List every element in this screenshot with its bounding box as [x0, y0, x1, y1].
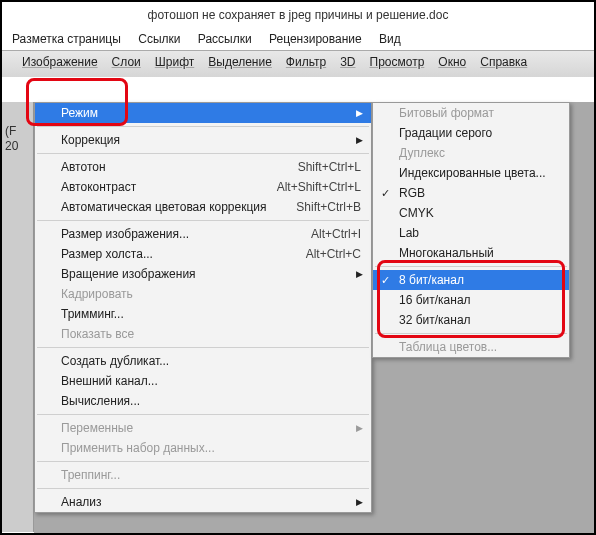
menu-separator: [37, 153, 369, 154]
image-menu-dropdown: Режим▶ Коррекция▶ АвтотонShift+Ctrl+L Ав…: [34, 102, 372, 513]
menu-separator: [375, 333, 567, 334]
menu-separator: [375, 266, 567, 267]
menu-item-crop: Кадрировать: [35, 284, 371, 304]
menu-view[interactable]: Просмотр: [370, 55, 425, 69]
menu-item-calculations[interactable]: Вычисления...: [35, 391, 371, 411]
submenu-arrow-icon: ▶: [356, 269, 363, 279]
mode-grayscale[interactable]: Градации серого: [373, 123, 569, 143]
mode-color-table: Таблица цветов...: [373, 337, 569, 357]
mode-indexed[interactable]: Индексированные цвета...: [373, 163, 569, 183]
menu-separator: [37, 220, 369, 221]
app-menubar: Изображение Слои Шрифт Выделение Фильтр …: [22, 55, 527, 69]
word-menu-item[interactable]: Ссылки: [138, 32, 180, 46]
word-menu-item[interactable]: Рассылки: [198, 32, 252, 46]
menu-type[interactable]: Шрифт: [155, 55, 194, 69]
menu-item-autotone[interactable]: АвтотонShift+Ctrl+L: [35, 157, 371, 177]
menu-item-canvas-size[interactable]: Размер холста...Alt+Ctrl+C: [35, 244, 371, 264]
menu-item-apply-image[interactable]: Внешний канал...: [35, 371, 371, 391]
menu-item-mode[interactable]: Режим▶: [35, 103, 371, 123]
menu-layers[interactable]: Слои: [112, 55, 141, 69]
mode-8bit[interactable]: ✓8 бит/канал: [373, 270, 569, 290]
mode-submenu: Битовый формат Градации серого Дуплекс И…: [372, 102, 570, 358]
word-menubar: Разметка страницы Ссылки Рассылки Реценз…: [2, 26, 594, 51]
mode-32bit[interactable]: 32 бит/канал: [373, 310, 569, 330]
mode-16bit[interactable]: 16 бит/канал: [373, 290, 569, 310]
menu-help[interactable]: Справка: [480, 55, 527, 69]
mode-lab[interactable]: Lab: [373, 223, 569, 243]
menu-item-autocolor[interactable]: Автоматическая цветовая коррекцияShift+C…: [35, 197, 371, 217]
menu-window[interactable]: Окно: [438, 55, 466, 69]
word-menu-item[interactable]: Рецензирование: [269, 32, 362, 46]
menu-image[interactable]: Изображение: [22, 55, 98, 69]
menu-separator: [37, 347, 369, 348]
submenu-arrow-icon: ▶: [356, 108, 363, 118]
check-icon: ✓: [381, 274, 390, 287]
mode-duotone: Дуплекс: [373, 143, 569, 163]
menu-separator: [37, 488, 369, 489]
submenu-arrow-icon: ▶: [356, 497, 363, 507]
menu-item-duplicate[interactable]: Создать дубликат...: [35, 351, 371, 371]
menu-item-variables: Переменные▶: [35, 418, 371, 438]
menu-filter[interactable]: Фильтр: [286, 55, 326, 69]
menu-item-apply-dataset: Применить набор данных...: [35, 438, 371, 458]
menu-separator: [37, 126, 369, 127]
mode-multichannel[interactable]: Многоканальный: [373, 243, 569, 263]
submenu-arrow-icon: ▶: [356, 423, 363, 433]
menu-item-autocontrast[interactable]: АвтоконтрастAlt+Shift+Ctrl+L: [35, 177, 371, 197]
menu-item-trim[interactable]: Тримминг...: [35, 304, 371, 324]
left-panel-slice: (F20: [2, 102, 34, 532]
mode-rgb[interactable]: ✓RGB: [373, 183, 569, 203]
menu-item-adjustments[interactable]: Коррекция▶: [35, 130, 371, 150]
window-title: фотошоп не сохраняет в jpeg причины и ре…: [2, 2, 594, 26]
menu-item-trap: Треппинг...: [35, 465, 371, 485]
menu-item-reveal-all: Показать все: [35, 324, 371, 344]
menu-separator: [37, 461, 369, 462]
menu-item-rotate[interactable]: Вращение изображения▶: [35, 264, 371, 284]
menu-3d[interactable]: 3D: [340, 55, 355, 69]
menu-item-image-size[interactable]: Размер изображения...Alt+Ctrl+I: [35, 224, 371, 244]
menu-item-analysis[interactable]: Анализ▶: [35, 492, 371, 512]
menu-separator: [37, 414, 369, 415]
check-icon: ✓: [381, 187, 390, 200]
mode-cmyk[interactable]: CMYK: [373, 203, 569, 223]
menu-select[interactable]: Выделение: [208, 55, 272, 69]
word-menu-item[interactable]: Вид: [379, 32, 401, 46]
word-menu-item[interactable]: Разметка страницы: [12, 32, 121, 46]
app-toolbar: Изображение Слои Шрифт Выделение Фильтр …: [2, 51, 594, 77]
mode-bitmap: Битовый формат: [373, 103, 569, 123]
submenu-arrow-icon: ▶: [356, 135, 363, 145]
